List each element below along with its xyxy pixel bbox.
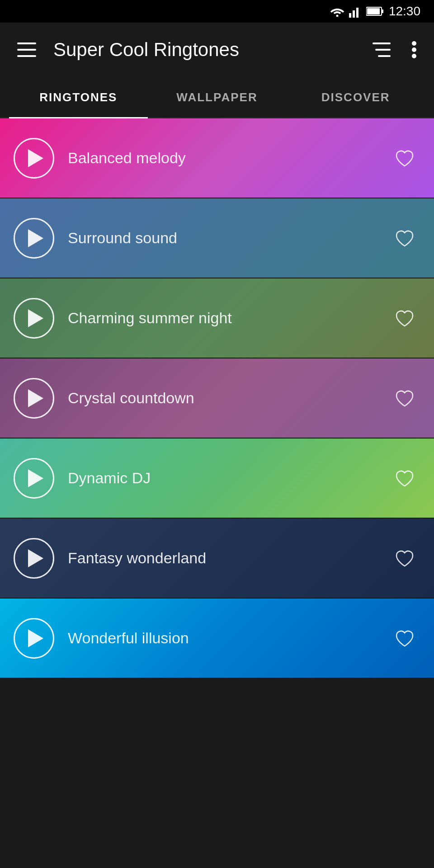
play-icon <box>28 149 43 167</box>
app-bar-actions <box>369 37 420 62</box>
tabs: RINGTONES WALLPAPER DISCOVER <box>0 77 434 118</box>
heart-icon <box>394 148 415 169</box>
play-button[interactable] <box>14 538 54 579</box>
play-button[interactable] <box>14 378 54 419</box>
heart-icon <box>394 468 415 489</box>
svg-rect-9 <box>17 55 36 57</box>
status-bar: 12:30 <box>0 0 434 23</box>
play-button[interactable] <box>14 218 54 259</box>
play-icon <box>28 309 43 327</box>
ringtone-name: Fantasy wonderland <box>68 549 389 567</box>
list-item[interactable]: Charming summer night <box>0 278 434 358</box>
heart-icon <box>394 228 415 249</box>
svg-rect-6 <box>367 8 380 14</box>
play-button[interactable] <box>14 458 54 499</box>
svg-rect-2 <box>353 10 355 18</box>
app-title: Super Cool Ringtones <box>53 39 355 61</box>
list-item[interactable]: Fantasy wonderland <box>0 519 434 598</box>
tab-wallpaper[interactable]: WALLPAPER <box>148 78 287 118</box>
ringtone-name: Wonderful illusion <box>68 629 389 647</box>
play-icon <box>28 629 43 647</box>
signal-icon <box>349 5 362 18</box>
ringtone-name: Charming summer night <box>68 309 389 327</box>
heart-icon <box>394 628 415 649</box>
play-icon <box>28 549 43 567</box>
svg-rect-1 <box>349 13 351 18</box>
heart-icon <box>394 548 415 569</box>
favorite-button[interactable] <box>389 222 420 254</box>
svg-rect-8 <box>17 49 36 51</box>
favorite-button[interactable] <box>389 302 420 334</box>
favorite-button[interactable] <box>389 623 420 654</box>
play-button[interactable] <box>14 138 54 179</box>
wifi-icon <box>330 6 344 17</box>
tab-discover[interactable]: DISCOVER <box>286 78 425 118</box>
play-button[interactable] <box>14 298 54 339</box>
more-button[interactable] <box>408 37 420 62</box>
svg-rect-11 <box>375 49 391 51</box>
play-icon <box>28 389 43 407</box>
svg-rect-3 <box>356 8 359 18</box>
list-item[interactable]: Surround sound <box>0 198 434 278</box>
heart-icon <box>394 388 415 409</box>
svg-rect-5 <box>382 9 383 13</box>
sort-button[interactable] <box>369 39 394 61</box>
battery-icon <box>366 6 384 16</box>
ringtone-name: Balanced melody <box>68 149 389 167</box>
favorite-button[interactable] <box>389 462 420 494</box>
play-icon <box>28 469 43 487</box>
svg-point-15 <box>412 54 416 58</box>
svg-point-14 <box>412 47 416 52</box>
favorite-button[interactable] <box>389 382 420 414</box>
menu-button[interactable] <box>14 39 40 61</box>
favorite-button[interactable] <box>389 542 420 574</box>
svg-point-13 <box>412 41 416 46</box>
list-item[interactable]: Balanced melody <box>0 118 434 198</box>
svg-point-0 <box>336 15 338 17</box>
favorite-button[interactable] <box>389 142 420 174</box>
ringtone-list: Balanced melody Surround sound Charming … <box>0 118 434 678</box>
play-icon <box>28 229 43 247</box>
ringtone-name: Crystal countdown <box>68 389 389 407</box>
status-icons: 12:30 <box>330 4 420 19</box>
app-bar: Super Cool Ringtones <box>0 23 434 77</box>
status-time: 12:30 <box>389 4 420 19</box>
ringtone-name: Surround sound <box>68 229 389 247</box>
list-item[interactable]: Crystal countdown <box>0 359 434 438</box>
svg-rect-12 <box>378 55 391 57</box>
list-item[interactable]: Wonderful illusion <box>0 599 434 678</box>
list-item[interactable]: Dynamic DJ <box>0 439 434 518</box>
svg-rect-7 <box>17 42 36 44</box>
tab-ringtones[interactable]: RINGTONES <box>9 78 148 118</box>
ringtone-name: Dynamic DJ <box>68 469 389 487</box>
heart-icon <box>394 308 415 329</box>
svg-rect-10 <box>373 42 391 44</box>
play-button[interactable] <box>14 618 54 659</box>
